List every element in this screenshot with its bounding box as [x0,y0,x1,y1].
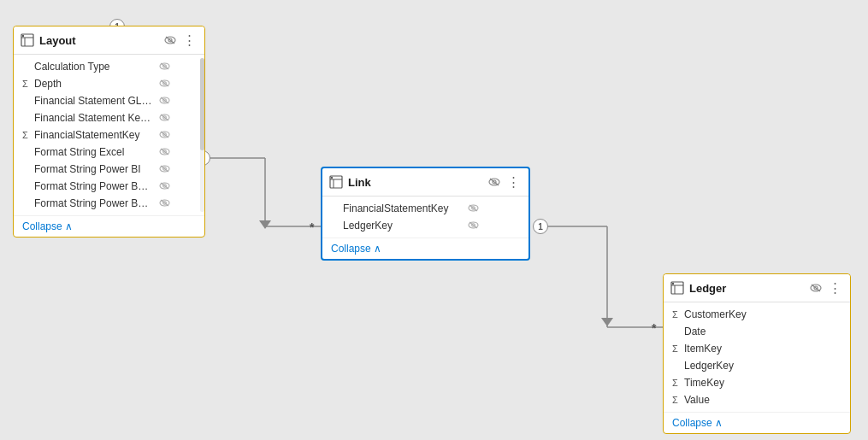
layout-more-icon[interactable]: ⋮ [181,32,198,49]
svg-point-56 [672,283,674,285]
ledger-collapse-link[interactable]: Collapse ∧ [672,417,723,429]
field-eye-icon[interactable] [159,180,170,192]
field-format-string-power-b2: Format String Power B… [34,197,154,209]
field-financial-statement-ke: Financial Statement Ke… [34,112,154,124]
ledger-visibility-icon[interactable] [808,281,824,296]
field-depth: Depth [34,78,154,90]
field-date: Date [684,326,804,337]
sigma-icon: Σ [672,309,681,320]
field-eye-icon[interactable] [159,61,170,73]
layout-field-row: Format String Power B… [14,178,204,195]
link-card-body: FinancialStatementKey LedgerKey [322,197,528,238]
ledger-card: Ledger ⋮ Σ CustomerKey Date [663,273,851,434]
ledger-card-footer: Collapse ∧ [664,412,850,433]
link-field-row: FinancialStatementKey [322,200,528,217]
ledger-card-title: Ledger [689,282,808,295]
layout-field-row: Format String Excel [14,144,204,161]
field-format-string-power-b1: Format String Power B… [34,180,154,192]
link-right-badge: 1 [533,219,548,234]
layout-collapse-link[interactable]: Collapse ∧ [22,220,73,232]
field-eye-icon[interactable] [159,146,170,158]
layout-card: Layout ⋮ Calculation Type [13,26,205,238]
layout-visibility-icon[interactable] [162,33,178,48]
field-eye-icon[interactable] [159,129,170,141]
ledger-card-header: Ledger ⋮ [664,274,850,302]
link-table-icon [329,175,343,189]
field-calculation-type: Calculation Type [34,61,154,73]
sigma-icon: Σ [672,378,681,388]
sigma-icon: Σ [22,130,31,140]
link-field-row: LedgerKey [322,217,528,234]
link-more-icon[interactable]: ⋮ [505,173,522,191]
ledger-more-icon[interactable]: ⋮ [827,279,843,296]
field-eye-icon[interactable] [159,163,170,175]
link-visibility-icon[interactable] [487,175,502,190]
field-time-key: TimeKey [684,377,804,389]
layout-table-icon [21,33,34,47]
field-item-key: ItemKey [684,343,804,355]
svg-point-43 [331,177,333,179]
link-many-label: * [310,220,314,234]
layout-field-row: Calculation Type [14,58,204,75]
field-eye-icon[interactable] [468,220,479,232]
field-ledger-key: LedgerKey [684,360,804,372]
field-eye-icon[interactable] [159,197,170,209]
link-header-actions: ⋮ [487,173,522,191]
field-link-ledger-key: LedgerKey [343,220,463,232]
ledger-top-arrow [601,318,613,326]
ledger-table-icon [670,281,684,295]
ledger-many-label: * [652,321,656,335]
field-eye-icon[interactable] [468,202,479,214]
layout-field-row: Financial Statement Ke… [14,109,204,126]
link-card-header: Link ⋮ [322,168,528,197]
sigma-icon: Σ [672,343,681,354]
field-eye-icon[interactable] [159,78,170,90]
layout-field-row: Financial Statement GL… [14,92,204,109]
link-card-title: Link [348,176,487,189]
ledger-field-row: Σ Value [664,391,850,408]
ledger-field-row: LedgerKey [664,357,850,374]
layout-header-actions: ⋮ [162,32,198,49]
ledger-header-actions: ⋮ [808,279,843,296]
link-left-arrow [259,220,271,229]
ledger-field-row: Date [664,323,850,340]
layout-field-row: Format String Power B… [14,195,204,212]
field-format-string-power-bi: Format String Power BI [34,163,154,175]
layout-card-body: Calculation Type Σ Depth Financial State… [14,55,204,215]
field-link-financial-statement-key: FinancialStatementKey [343,202,463,214]
ledger-field-row: Σ ItemKey [664,340,850,357]
ledger-card-body: Σ CustomerKey Date Σ ItemKey LedgerKey Σ… [664,302,850,412]
link-card: Link ⋮ FinancialStatementKey [321,167,530,261]
layout-field-row: Σ FinancialStatementKey [14,126,204,144]
ledger-field-row: Σ TimeKey [664,374,850,391]
field-format-string-excel: Format String Excel [34,146,154,158]
layout-card-title: Layout [39,34,162,47]
sigma-icon: Σ [22,79,31,89]
canvas: 1 1 * 1 * Layout [0,0,868,440]
ledger-field-row: Σ CustomerKey [664,306,850,323]
link-card-footer: Collapse ∧ [322,238,528,259]
field-financial-statement-key: FinancialStatementKey [34,129,154,141]
field-value: Value [684,394,804,406]
sigma-icon: Σ [672,395,681,405]
field-financial-statement-gl: Financial Statement GL… [34,95,154,107]
field-customer-key: CustomerKey [684,308,804,320]
layout-card-footer: Collapse ∧ [14,215,204,237]
layout-card-header: Layout ⋮ [14,26,204,55]
link-collapse-link[interactable]: Collapse ∧ [331,243,381,255]
layout-field-row: Σ Depth [14,75,204,92]
field-eye-icon[interactable] [159,95,170,107]
layout-field-row: Format String Power BI [14,161,204,178]
field-eye-icon[interactable] [159,112,170,124]
svg-point-9 [22,35,24,37]
